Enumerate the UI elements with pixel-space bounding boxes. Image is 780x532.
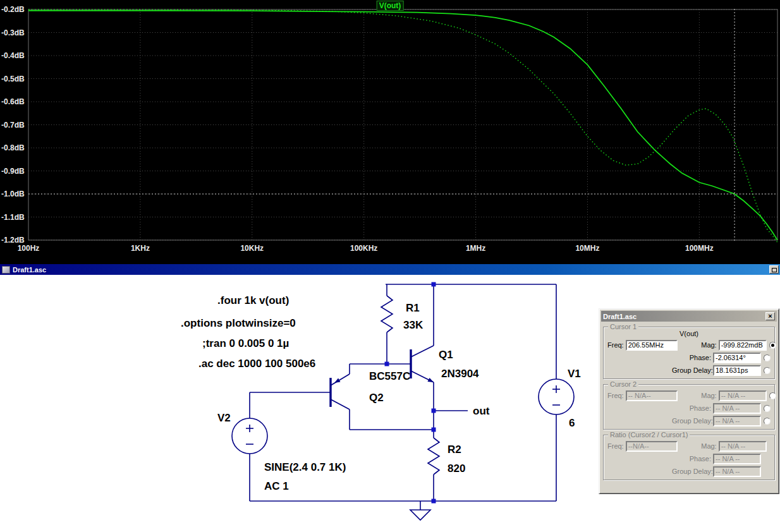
cursor2-mag-label: Mag:	[678, 392, 717, 399]
y-axis-tick-label: -0.8dB	[1, 143, 29, 152]
net-label-out[interactable]: out	[473, 405, 490, 417]
directive-options[interactable]: .options plotwinsize=0	[181, 317, 296, 329]
cursor1-group-label: Cursor 1	[608, 323, 638, 330]
cursor2-mag-radio[interactable]	[769, 392, 776, 399]
transistor-q1[interactable]	[411, 346, 434, 382]
ground-symbol[interactable]	[410, 510, 430, 520]
cursor1-mag-label: Mag:	[678, 341, 717, 349]
cursor2-freq-value	[626, 390, 678, 401]
ratio-mag-label: Mag:	[678, 442, 717, 450]
dialog-titlebar[interactable]: Draft1.asc ×	[601, 311, 777, 322]
v1-ref-label[interactable]: V1	[568, 368, 581, 380]
cursor2-freq-mag-row: Freq: Mag:	[607, 389, 771, 402]
y-axis-tick-label: -0.4dB	[1, 51, 29, 60]
directive-ac[interactable]: .ac dec 1000 100 500e6	[198, 358, 315, 370]
voltage-source-v2[interactable]	[232, 418, 267, 454]
schematic-titlebar[interactable]: Draft1.asc	[0, 264, 780, 275]
v1-value-label[interactable]: 6	[569, 417, 575, 429]
cursor2-group-label: Cursor 2	[608, 380, 638, 388]
plot-traces	[28, 9, 777, 243]
x-axis-tick-label: 100MHz	[679, 244, 719, 253]
cursor2-phase-value	[713, 403, 761, 414]
y-axis-tick-label: -1.1dB	[1, 213, 29, 222]
v2-ac-label[interactable]: AC 1	[264, 480, 289, 492]
cursor2-group-delay-label: Group Delay:	[672, 417, 711, 425]
plot-canvas[interactable]	[0, 0, 780, 264]
v2-ref-label[interactable]: V2	[217, 412, 231, 424]
ltspice-application: V(out) -0.2dB-0.3dB-0.4dB-0.5dB-0.6dB-0.…	[0, 0, 780, 532]
q2-ref-label[interactable]: Q2	[369, 392, 384, 404]
cursor2-group-delay-row: Group Delay:	[607, 414, 771, 427]
cursor2-phase-radio[interactable]	[764, 405, 771, 412]
y-axis-tick-label: -0.6dB	[1, 97, 29, 106]
x-axis-tick-label: 100Hz	[8, 244, 49, 253]
q1-value-label[interactable]: 2N3904	[441, 368, 479, 380]
waveform-plot-pane[interactable]: V(out) -0.2dB-0.3dB-0.4dB-0.5dB-0.6dB-0.…	[0, 0, 780, 264]
cursor1-trace-name: V(out)	[606, 330, 772, 337]
y-axis-tick-label: -0.2dB	[1, 5, 29, 14]
y-axis-tick-label: -0.7dB	[1, 121, 29, 130]
cursor2-group-delay-value	[713, 416, 761, 426]
resistor-r1[interactable]	[381, 296, 393, 332]
resistor-r2[interactable]	[428, 438, 439, 475]
v2-value-label[interactable]: SINE(2.4 0.7 1K)	[264, 461, 346, 473]
ratio-phase-row: Phase:	[607, 452, 771, 465]
cursor1-mag-radio[interactable]	[769, 342, 776, 349]
y-axis-tick-label: -1.0dB	[1, 190, 29, 198]
ratio-group-delay-value	[713, 466, 761, 477]
cursor1-group-delay-radio[interactable]	[764, 367, 771, 374]
cursor2-group: Cursor 2 Freq: Mag: Phase: Gr	[603, 384, 775, 430]
cursor1-phase-radio[interactable]	[764, 354, 771, 361]
cursor2-freq-label: Freq:	[607, 392, 624, 399]
ratio-freq-label: Freq:	[607, 442, 624, 450]
ratio-freq-value	[626, 441, 678, 452]
ratio-group-delay-label: Group Delay:	[672, 468, 711, 475]
r1-ref-label[interactable]: R1	[406, 302, 420, 314]
cursor2-group-delay-radio[interactable]	[764, 418, 771, 425]
ratio-phase-label: Phase:	[672, 455, 711, 462]
directive-four[interactable]: .four 1k v(out)	[217, 294, 289, 306]
x-axis-tick-label: 10KHz	[232, 244, 272, 253]
y-axis-tick-label: -0.5dB	[1, 75, 29, 83]
cursor2-phase-label: Phase:	[672, 404, 711, 412]
cursor1-group: Cursor 1 V(out) Freq: Mag: Phase:	[603, 327, 775, 379]
titlebar-restore-button[interactable]	[769, 265, 779, 274]
cursor-dialog-window: Draft1.asc × Cursor 1 V(out) Freq: Mag: …	[599, 308, 779, 494]
y-axis-tick-label: -1.2dB	[1, 236, 29, 245]
ratio-group-delay-row: Group Delay:	[607, 465, 771, 478]
cursor1-group-delay-value[interactable]	[713, 365, 761, 376]
r2-ref-label[interactable]: R2	[448, 444, 461, 456]
spice-directives[interactable]: .four 1k v(out) .options plotwinsize=0 ;…	[181, 294, 315, 370]
r2-value-label[interactable]: 820	[448, 462, 465, 475]
y-axis-tick-label: -0.3dB	[1, 28, 29, 37]
transistor-q2[interactable]	[331, 374, 350, 409]
dialog-title: Draft1.asc	[603, 313, 637, 320]
cursor1-phase-row: Phase:	[607, 351, 771, 364]
cursor1-phase-label: Phase:	[672, 354, 711, 361]
r1-value-label[interactable]: 33K	[403, 319, 424, 331]
cursor1-phase-value[interactable]	[713, 353, 761, 363]
cursor1-group-delay-row: Group Delay:	[607, 364, 771, 377]
dialog-close-button[interactable]: ×	[765, 312, 775, 320]
ratio-group: Ratio (Cursor2 / Cursor1) Freq: Mag: Pha…	[603, 435, 775, 480]
cursor1-freq-value[interactable]	[626, 340, 678, 351]
ratio-mag-value	[719, 441, 767, 452]
directive-tran[interactable]: ;tran 0 0.005 0 1µ	[202, 337, 289, 349]
ratio-phase-value	[713, 454, 761, 464]
cursor1-mag-value[interactable]	[719, 340, 767, 351]
cursor2-phase-row: Phase:	[607, 402, 771, 414]
y-axis-tick-label: -0.9dB	[1, 167, 29, 176]
component-labels: R1 33K Q1 2N3904 BC557C Q2 out R2 820 V1…	[217, 302, 581, 492]
q2-value-label[interactable]: BC557C	[369, 370, 410, 382]
q1-ref-label[interactable]: Q1	[439, 349, 453, 361]
trace-label-vout[interactable]: V(out)	[377, 1, 404, 11]
x-axis-tick-label: 1KHz	[120, 244, 161, 253]
x-axis-tick-label: 1MHz	[456, 244, 496, 253]
voltage-source-v1[interactable]	[539, 379, 574, 414]
cursor1-group-delay-label: Group Delay:	[672, 366, 711, 374]
ratio-group-label: Ratio (Cursor2 / Cursor1)	[608, 431, 690, 438]
trace-solid	[28, 11, 777, 240]
plot-grid	[28, 9, 777, 240]
cursor1-freq-mag-row: Freq: Mag:	[607, 339, 771, 351]
cursor2-mag-value	[719, 390, 767, 401]
